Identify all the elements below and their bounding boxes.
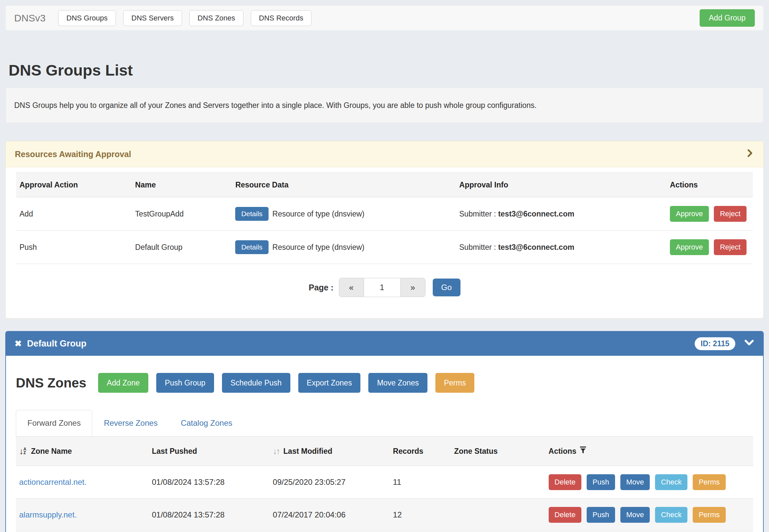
resource-description: Resource of type (dnsview)	[273, 210, 365, 218]
approval-name: TestGroupAdd	[132, 197, 232, 231]
nav-dns-groups-button[interactable]: DNS Groups	[58, 10, 116, 26]
zone-col-zone-status: Zone Status	[451, 437, 545, 466]
approval-col-approval-info: Approval Info	[456, 173, 667, 197]
tab-catalog-zones[interactable]: Catalog Zones	[169, 410, 244, 436]
page-number-input[interactable]	[364, 278, 401, 297]
approval-row: Add TestGroupAdd Details Resource of typ…	[16, 197, 753, 231]
delete-button[interactable]: Delete	[549, 507, 582, 523]
approval-action: Push	[16, 231, 132, 264]
page-description: DNS Groups help you to organize all of y…	[5, 87, 764, 123]
close-icon[interactable]: ✖	[15, 339, 22, 349]
approval-pagination: Page : « » Go	[16, 278, 753, 297]
submitter-email: test3@6connect.com	[498, 243, 574, 251]
approve-button[interactable]: Approve	[670, 206, 709, 222]
details-button[interactable]: Details	[235, 207, 268, 221]
zone-records: 11	[390, 466, 451, 499]
perms-button[interactable]: Perms	[435, 373, 474, 393]
zone-name-link[interactable]: actioncarrental.net.	[19, 478, 86, 486]
nav-dns-servers-button[interactable]: DNS Servers	[123, 10, 182, 26]
submitter-email: test3@6connect.com	[498, 210, 574, 218]
zone-col-last-pushed: Last Pushed	[149, 437, 270, 466]
zone-last-modified: 09/25/2020 23:05:27	[270, 466, 390, 499]
reject-button[interactable]: Reject	[714, 206, 746, 222]
sort-alpha-icon[interactable]: ↓AZ	[19, 446, 26, 456]
go-button[interactable]: Go	[433, 279, 460, 296]
dns-zones-toolbar: DNS Zones Add Zone Push Group Schedule P…	[16, 373, 753, 393]
delete-button[interactable]: Delete	[549, 474, 582, 490]
perms-row-button[interactable]: Perms	[693, 507, 726, 523]
approval-panel-header[interactable]: Resources Awaiting Approval	[6, 141, 763, 167]
approval-panel-title: Resources Awaiting Approval	[15, 150, 131, 159]
forward-zones-table: ↓AZ Zone Name Last Pushed ↓↑ Last Modifi…	[16, 436, 753, 532]
group-panel-header: ✖ Default Group ID: 2115	[6, 332, 763, 356]
approval-col-actions: Actions	[667, 173, 753, 197]
filter-icon[interactable]	[579, 446, 587, 456]
zone-status	[451, 466, 545, 499]
zone-status	[451, 499, 545, 531]
app-brand: DNSv3	[14, 13, 46, 24]
approval-row: Push Default Group Details Resource of t…	[16, 231, 753, 264]
sort-updown-icon[interactable]: ↓↑	[273, 446, 280, 456]
move-zones-button[interactable]: Move Zones	[368, 373, 427, 393]
add-group-button[interactable]: Add Group	[700, 9, 755, 27]
approval-panel-body: Approval Action Name Resource Data Appro…	[6, 167, 763, 318]
resource-description: Resource of type (dnsview)	[273, 243, 365, 252]
dns-zones-heading: DNS Zones	[16, 376, 86, 390]
page-title: DNS Groups List	[9, 62, 760, 79]
chevron-right-icon[interactable]	[745, 149, 754, 160]
approval-action: Add	[16, 197, 132, 231]
zone-row: actioncarrental.net. 01/08/2024 13:57:28…	[16, 466, 753, 499]
move-button[interactable]: Move	[620, 507, 650, 523]
move-button[interactable]: Move	[620, 474, 650, 490]
tab-forward-zones[interactable]: Forward Zones	[16, 410, 92, 436]
export-zones-button[interactable]: Export Zones	[298, 373, 361, 393]
approval-table: Approval Action Name Resource Data Appro…	[16, 173, 753, 264]
add-zone-button[interactable]: Add Zone	[98, 373, 148, 393]
check-button[interactable]: Check	[655, 474, 687, 490]
group-id-badge: ID: 2115	[695, 337, 735, 350]
zone-col-actions: Actions	[545, 437, 753, 466]
reject-button[interactable]: Reject	[714, 239, 746, 255]
approval-name: Default Group	[132, 231, 232, 264]
zone-last-modified: 07/24/2017 20:04:06	[270, 499, 390, 531]
approval-col-action: Approval Action	[16, 173, 132, 197]
tab-reverse-zones[interactable]: Reverse Zones	[92, 410, 169, 436]
zone-records: 12	[390, 499, 451, 531]
group-panel-title: Default Group	[27, 339, 86, 349]
perms-row-button[interactable]: Perms	[693, 474, 726, 490]
push-group-button[interactable]: Push Group	[156, 373, 214, 393]
details-button[interactable]: Details	[235, 240, 268, 254]
submitter-label: Submitter :	[459, 243, 496, 251]
zone-last-pushed: 01/08/2024 13:57:28	[149, 466, 270, 499]
schedule-push-button[interactable]: Schedule Push	[222, 373, 290, 393]
top-navbar: DNSv3 DNS Groups DNS Servers DNS Zones D…	[5, 5, 764, 31]
page-stepper: « »	[339, 278, 425, 297]
push-button[interactable]: Push	[587, 507, 615, 523]
nav-dns-records-button[interactable]: DNS Records	[251, 10, 312, 26]
default-group-panel: ✖ Default Group ID: 2115 DNS Zones Add Z…	[5, 331, 764, 532]
chevron-down-icon[interactable]	[744, 337, 754, 350]
page-label: Page :	[309, 283, 333, 292]
nav-button-group: DNS Groups DNS Servers DNS Zones DNS Rec…	[58, 10, 312, 26]
approval-col-resource-data: Resource Data	[232, 173, 456, 197]
zone-name-link[interactable]: alarmsupply.net.	[19, 510, 77, 519]
zone-row: alarmsupply.net. 01/08/2024 13:57:28 07/…	[16, 499, 753, 531]
resources-awaiting-approval-panel: Resources Awaiting Approval Approval Act…	[5, 141, 764, 318]
approval-col-name: Name	[132, 173, 232, 197]
submitter-label: Submitter :	[459, 210, 496, 218]
nav-dns-zones-button[interactable]: DNS Zones	[189, 10, 244, 26]
push-button[interactable]: Push	[587, 474, 615, 490]
zone-last-pushed: 01/08/2024 13:57:28	[149, 499, 270, 531]
zones-tabs: Forward Zones Reverse Zones Catalog Zone…	[16, 410, 753, 436]
zone-col-zone-name[interactable]: ↓AZ Zone Name	[16, 437, 149, 466]
zone-col-records: Records	[390, 437, 451, 466]
check-button[interactable]: Check	[655, 507, 687, 523]
next-page-button[interactable]: »	[401, 278, 425, 297]
zone-col-last-modified[interactable]: ↓↑ Last Modified	[270, 437, 390, 466]
prev-page-button[interactable]: «	[339, 278, 364, 297]
group-panel-body: DNS Zones Add Zone Push Group Schedule P…	[6, 356, 763, 532]
approve-button[interactable]: Approve	[670, 239, 709, 255]
